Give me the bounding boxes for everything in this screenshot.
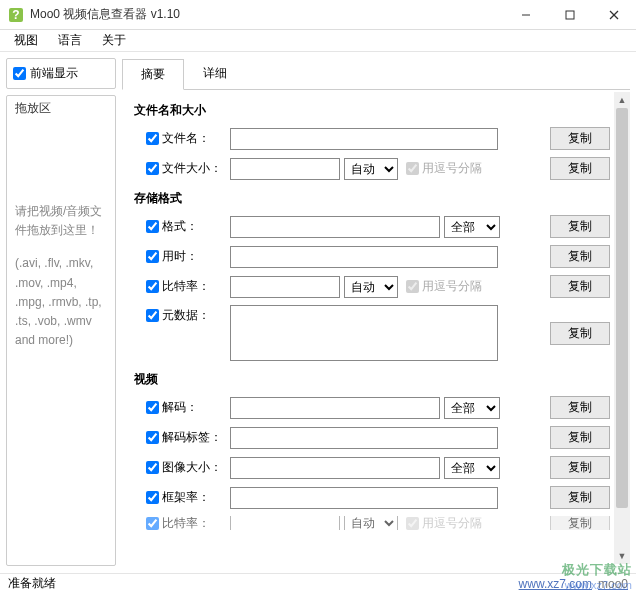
row-filename: 文件名： 复制: [134, 127, 620, 150]
minimize-button[interactable]: [504, 0, 548, 30]
image-size-checkbox[interactable]: 图像大小：: [146, 459, 226, 476]
copy-button[interactable]: 复制: [550, 426, 610, 449]
drop-zone-hint: 请把视频/音频文件拖放到这里！: [15, 202, 107, 240]
row-format: 格式： 全部 复制: [134, 215, 620, 238]
bitrate-checkbox[interactable]: 比特率：: [146, 278, 226, 295]
copy-button[interactable]: 复制: [550, 127, 610, 150]
format-select[interactable]: 全部: [444, 216, 500, 238]
duration-checkbox[interactable]: 用时：: [146, 248, 226, 265]
filesize-comma-checkbox[interactable]: 用逗号分隔: [406, 160, 482, 177]
scroll-track[interactable]: [614, 108, 630, 548]
copy-button[interactable]: 复制: [550, 486, 610, 509]
copy-button[interactable]: 复制: [550, 516, 610, 530]
filename-checkbox[interactable]: 文件名：: [146, 130, 226, 147]
menu-view[interactable]: 视图: [6, 30, 46, 51]
copy-button[interactable]: 复制: [550, 275, 610, 298]
row-decode: 解码： 全部 复制: [134, 396, 620, 419]
scroll-thumb[interactable]: [616, 108, 628, 508]
section-storage-title: 存储格式: [134, 190, 620, 207]
svg-text:?: ?: [12, 8, 19, 22]
metadata-checkbox[interactable]: 元数据：: [146, 307, 226, 324]
front-display-box: 前端显示: [6, 58, 116, 89]
decode-select[interactable]: 全部: [444, 397, 500, 419]
bitrate-field[interactable]: [230, 276, 340, 298]
section-video-title: 视频: [134, 371, 620, 388]
window-title: Moo0 视频信息查看器 v1.10: [30, 6, 504, 23]
tab-bar: 摘要 详细: [122, 58, 630, 90]
image-size-select[interactable]: 全部: [444, 457, 500, 479]
menu-about[interactable]: 关于: [94, 30, 134, 51]
video-bitrate-comma-checkbox[interactable]: 用逗号分隔: [406, 516, 482, 530]
metadata-field[interactable]: [230, 305, 498, 361]
filesize-field[interactable]: [230, 158, 340, 180]
filesize-checkbox[interactable]: 文件大小：: [146, 160, 226, 177]
filesize-unit-select[interactable]: 自动: [344, 158, 398, 180]
front-display-checkbox[interactable]: 前端显示: [13, 65, 109, 82]
row-metadata: 元数据： 复制: [134, 305, 620, 361]
app-icon: ?: [8, 7, 24, 23]
row-duration: 用时： 复制: [134, 245, 620, 268]
maximize-button[interactable]: [548, 0, 592, 30]
duration-field[interactable]: [230, 246, 498, 268]
status-link[interactable]: www.xz7.commoo0: [519, 577, 628, 591]
titlebar: ? Moo0 视频信息查看器 v1.10: [0, 0, 636, 30]
section-file-title: 文件名和大小: [134, 102, 620, 119]
menubar: 视图 语言 关于: [0, 30, 636, 52]
tab-detail[interactable]: 详细: [184, 58, 246, 89]
vertical-scrollbar[interactable]: ▲ ▼: [614, 92, 630, 564]
copy-button[interactable]: 复制: [550, 456, 610, 479]
copy-button[interactable]: 复制: [550, 245, 610, 268]
tab-summary[interactable]: 摘要: [122, 59, 184, 90]
row-decode-tag: 解码标签： 复制: [134, 426, 620, 449]
drop-zone-extensions: (.avi, .flv, .mkv, .mov, .mp4, .mpg, .rm…: [15, 254, 107, 350]
copy-button[interactable]: 复制: [550, 215, 610, 238]
scroll-up-arrow[interactable]: ▲: [614, 92, 630, 108]
content-area: 文件名和大小 文件名： 复制 文件大小： 自动 用逗号分隔 复制 存储格式 格式…: [122, 90, 630, 566]
decode-field[interactable]: [230, 397, 440, 419]
bitrate-comma-checkbox[interactable]: 用逗号分隔: [406, 278, 482, 295]
drop-zone-title: 拖放区: [15, 100, 107, 117]
svg-rect-3: [566, 11, 574, 19]
filename-field[interactable]: [230, 128, 498, 150]
front-display-label: 前端显示: [30, 65, 78, 82]
bitrate-unit-select[interactable]: 自动: [344, 276, 398, 298]
video-bitrate-unit-select[interactable]: 自动: [344, 516, 398, 530]
row-filesize: 文件大小： 自动 用逗号分隔 复制: [134, 157, 620, 180]
menu-language[interactable]: 语言: [50, 30, 90, 51]
decode-tag-checkbox[interactable]: 解码标签：: [146, 429, 226, 446]
row-bitrate: 比特率： 自动 用逗号分隔 复制: [134, 275, 620, 298]
video-bitrate-checkbox[interactable]: 比特率：: [146, 516, 226, 530]
row-image-size: 图像大小： 全部 复制: [134, 456, 620, 479]
scroll-down-arrow[interactable]: ▼: [614, 548, 630, 564]
format-field[interactable]: [230, 216, 440, 238]
format-checkbox[interactable]: 格式：: [146, 218, 226, 235]
decode-checkbox[interactable]: 解码：: [146, 399, 226, 416]
decode-tag-field[interactable]: [230, 427, 498, 449]
drop-zone[interactable]: 拖放区 请把视频/音频文件拖放到这里！ (.avi, .flv, .mkv, .…: [6, 95, 116, 566]
copy-button[interactable]: 复制: [550, 157, 610, 180]
close-button[interactable]: [592, 0, 636, 30]
front-display-input[interactable]: [13, 67, 26, 80]
video-bitrate-field[interactable]: [230, 516, 340, 530]
framerate-field[interactable]: [230, 487, 498, 509]
copy-button[interactable]: 复制: [550, 322, 610, 345]
framerate-checkbox[interactable]: 框架率：: [146, 489, 226, 506]
image-size-field[interactable]: [230, 457, 440, 479]
status-text: 准备就绪: [8, 575, 56, 592]
row-framerate: 框架率： 复制: [134, 486, 620, 509]
row-video-bitrate: 比特率： 自动 用逗号分隔 复制: [134, 516, 620, 530]
copy-button[interactable]: 复制: [550, 396, 610, 419]
